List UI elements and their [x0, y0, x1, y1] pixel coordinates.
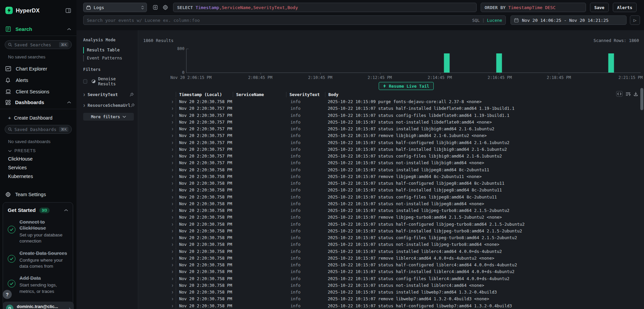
log-row[interactable]: ❯ Nov 20 2:20:30.757 PM info 2025-10-22 …: [138, 153, 644, 160]
row-expand-chevron[interactable]: ❯: [171, 262, 174, 268]
log-row[interactable]: ❯ Nov 20 2:20:30.758 PM info 2025-10-22 …: [138, 167, 644, 173]
search-section-header[interactable]: Search: [0, 26, 76, 32]
pin-icon[interactable]: [130, 103, 135, 107]
log-row[interactable]: ❯ Nov 20 2:20:30.757 PM info 2025-10-22 …: [138, 119, 644, 126]
chevron-up-icon[interactable]: [64, 209, 68, 212]
get-started-step[interactable]: Create Data Sources Configure where your…: [8, 250, 68, 270]
log-row[interactable]: ❯ Nov 20 2:20:30.758 PM info 2025-10-22 …: [138, 194, 644, 201]
row-expand-chevron[interactable]: ❯: [171, 105, 174, 112]
alerts-button[interactable]: Alerts: [613, 3, 637, 12]
saved-searches-input[interactable]: Saved Searches ⌘K: [5, 40, 72, 49]
log-row[interactable]: ❯ Nov 20 2:20:30.758 PM info 2025-10-22 …: [138, 303, 644, 309]
log-row[interactable]: ❯ Nov 20 2:20:30.758 PM info 2025-10-22 …: [138, 173, 644, 180]
log-row[interactable]: ❯ Nov 20 2:20:30.758 PM info 2025-10-22 …: [138, 221, 644, 228]
source-select[interactable]: Logs: [83, 3, 147, 12]
app-title[interactable]: HyperDX: [16, 7, 65, 14]
log-row[interactable]: ❯ Nov 20 2:20:30.757 PM info 2025-10-22 …: [138, 126, 644, 132]
row-expand-chevron[interactable]: ❯: [171, 214, 174, 221]
row-expand-chevron[interactable]: ❯: [171, 112, 174, 119]
log-row[interactable]: ❯ Nov 20 2:20:30.758 PM info 2025-10-22 …: [138, 187, 644, 193]
row-expand-chevron[interactable]: ❯: [171, 289, 174, 296]
log-row[interactable]: ❯ Nov 20 2:20:30.757 PM info 2025-10-22 …: [138, 105, 644, 112]
log-row[interactable]: ❯ Nov 20 2:20:30.758 PM info 2025-10-22 …: [138, 201, 644, 207]
column-header-body[interactable]: Body: [325, 92, 644, 97]
save-button[interactable]: Save: [590, 3, 609, 12]
row-expand-chevron[interactable]: ❯: [171, 139, 174, 146]
row-expand-chevron[interactable]: ❯: [171, 296, 174, 302]
more-filters-button[interactable]: More filters: [83, 113, 134, 121]
log-row[interactable]: ❯ Nov 20 2:20:30.758 PM info 2025-10-22 …: [138, 255, 644, 262]
preset-services[interactable]: Services: [0, 165, 76, 171]
date-range-picker[interactable]: Nov 20 14:06:25 - Nov 20 14:21:25: [511, 15, 627, 25]
row-expand-chevron[interactable]: ❯: [171, 282, 174, 289]
log-row[interactable]: ❯ Nov 20 2:20:30.758 PM info 2025-10-22 …: [138, 262, 644, 268]
row-expand-chevron[interactable]: ❯: [171, 126, 174, 132]
row-expand-chevron[interactable]: ❯: [171, 303, 174, 309]
row-expand-chevron[interactable]: ❯: [171, 132, 174, 139]
row-expand-chevron[interactable]: ❯: [171, 234, 174, 241]
log-row[interactable]: ❯ Nov 20 2:20:30.757 PM info 2025-10-22 …: [138, 146, 644, 153]
view-source-icon[interactable]: [616, 91, 623, 97]
log-row[interactable]: ❯ Nov 20 2:20:30.758 PM info 2025-10-22 …: [138, 268, 644, 275]
row-expand-chevron[interactable]: ❯: [171, 268, 174, 275]
help-button[interactable]: ?: [3, 290, 12, 299]
log-row[interactable]: ❯ Nov 20 2:20:30.757 PM info 2025-10-22 …: [138, 132, 644, 139]
row-expand-chevron[interactable]: ❯: [171, 119, 174, 126]
focus-box-icon[interactable]: [152, 4, 159, 11]
row-expand-chevron[interactable]: ❯: [171, 275, 174, 282]
get-started-step[interactable]: Add Data Start sending logs, metrics, or…: [8, 275, 68, 295]
denoise-checkbox[interactable]: [83, 79, 87, 84]
user-menu[interactable]: D dominic.tran@clic... dominic.tran@clic…: [3, 302, 74, 309]
row-expand-chevron[interactable]: ❯: [171, 194, 174, 201]
row-expand-chevron[interactable]: ❯: [171, 201, 174, 207]
log-row[interactable]: ❯ Nov 20 2:20:30.758 PM info 2025-10-22 …: [138, 282, 644, 289]
column-header-severitytext[interactable]: SeverityText: [286, 92, 325, 97]
log-row[interactable]: ❯ Nov 20 2:20:30.758 PM info 2025-10-22 …: [138, 296, 644, 302]
column-header-timestamp[interactable]: Timestamp (Local): [176, 92, 233, 97]
row-expand-chevron[interactable]: ❯: [171, 248, 174, 255]
sidebar-item-alerts[interactable]: Alerts: [0, 77, 76, 84]
sidebar-collapse-icon[interactable]: [65, 8, 71, 13]
row-expand-chevron[interactable]: ❯: [171, 173, 174, 180]
log-row[interactable]: ❯ Nov 20 2:20:30.758 PM info 2025-10-22 …: [138, 289, 644, 296]
sidebar-item-chart-explorer[interactable]: Chart Explorer: [0, 65, 76, 72]
download-icon[interactable]: [634, 92, 638, 96]
language-toggle-lucene[interactable]: Lucene: [487, 18, 502, 23]
vertical-scrollbar-thumb[interactable]: [640, 88, 643, 110]
resume-live-tail-button[interactable]: Resume Live Tail: [379, 82, 433, 90]
denoise-results-toggle[interactable]: Denoise Results: [83, 76, 134, 86]
row-expand-chevron[interactable]: ❯: [171, 167, 174, 173]
log-row[interactable]: ❯ Nov 20 2:20:30.758 PM info 2025-10-22 …: [138, 214, 644, 221]
row-expand-chevron[interactable]: ❯: [171, 153, 174, 160]
row-expand-chevron[interactable]: ❯: [171, 241, 174, 248]
saved-dashboards-input[interactable]: Saved Dashboards ⌘K: [5, 125, 72, 134]
histogram-bar[interactable]: [496, 53, 502, 73]
row-expand-chevron[interactable]: ❯: [171, 187, 174, 193]
dashboards-section-header[interactable]: Dashboards: [0, 99, 76, 105]
log-row[interactable]: ❯ Nov 20 2:20:30.757 PM info 2025-10-22 …: [138, 139, 644, 146]
preset-kubernetes[interactable]: Kubernetes: [0, 174, 76, 179]
mode-event-patterns[interactable]: Event Patterns: [83, 55, 134, 61]
search-input[interactable]: [87, 18, 472, 23]
log-row[interactable]: ❯ Nov 20 2:20:30.758 PM info 2025-10-22 …: [138, 228, 644, 234]
column-header-servicename[interactable]: ServiceName: [233, 92, 286, 97]
row-expand-chevron[interactable]: ❯: [171, 160, 174, 166]
log-row[interactable]: ❯ Nov 20 2:20:30.758 PM info 2025-10-22 …: [138, 207, 644, 214]
histogram-bar[interactable]: [444, 53, 449, 73]
row-expand-chevron[interactable]: ❯: [171, 221, 174, 228]
mode-results-table[interactable]: Results Table: [83, 47, 134, 53]
presets-toggle[interactable]: PRESETS: [0, 148, 76, 153]
log-row[interactable]: ❯ Nov 20 2:20:30.758 PM info 2025-10-22 …: [138, 248, 644, 255]
row-expand-chevron[interactable]: ❯: [171, 207, 174, 214]
histogram-bar[interactable]: [608, 53, 614, 73]
run-query-button[interactable]: ▷: [630, 15, 640, 25]
log-row[interactable]: ❯ Nov 20 2:20:30.758 PM info 2025-10-22 …: [138, 98, 644, 105]
sidebar-item-team-settings[interactable]: Team Settings: [0, 192, 76, 197]
chevron-up-icon[interactable]: [67, 28, 71, 31]
gear-icon[interactable]: [162, 4, 169, 11]
row-expand-chevron[interactable]: ❯: [171, 180, 174, 187]
row-expand-chevron[interactable]: ❯: [171, 146, 174, 153]
select-columns-input[interactable]: SELECT Timestamp ,ServiceName,SeverityTe…: [173, 3, 477, 12]
row-expand-chevron[interactable]: ❯: [171, 228, 174, 234]
sidebar-item-client-sessions[interactable]: Client Sessions: [0, 88, 76, 95]
